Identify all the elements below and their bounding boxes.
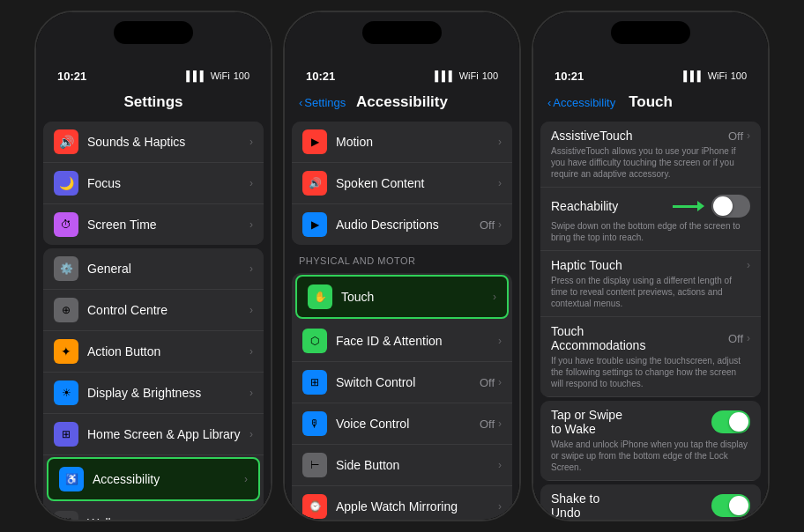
settings-list-2[interactable]: ▶ Motion › 🔊 Spoken Content › ▶ Audio De… bbox=[285, 118, 519, 520]
phone-accessibility: 10:21 ▌▌▌ WiFi 100 ‹ Settings Accessibil… bbox=[283, 11, 521, 521]
chevron-icon: › bbox=[249, 387, 253, 399]
audio-desc-icon: ▶ bbox=[302, 212, 327, 237]
list-item[interactable]: 🖼 Wallpaper › bbox=[43, 503, 264, 520]
assistive-touch-desc: AssistiveTouch allows you to use your iP… bbox=[551, 145, 750, 180]
tap-swipe-label: Tap or Swipe to Wake bbox=[551, 408, 631, 436]
signal-icon-3: ▌▌▌ bbox=[683, 70, 704, 81]
touch-acc-value: Off bbox=[728, 332, 743, 345]
battery-icon-1: 100 bbox=[234, 70, 249, 81]
settings-section-touch: AssistiveTouch Off › AssistiveTouch allo… bbox=[540, 122, 761, 397]
list-item[interactable]: 🔊 Sounds & Haptics › bbox=[43, 122, 264, 163]
list-item[interactable]: ☀ Display & Brightness › bbox=[43, 373, 264, 414]
control-centre-icon: ⊕ bbox=[54, 298, 78, 322]
chevron-icon: › bbox=[747, 129, 750, 142]
nav-title-3: Touch bbox=[629, 93, 673, 111]
nav-title-1: Settings bbox=[123, 93, 182, 111]
back-label-3: Accessibility bbox=[553, 96, 615, 109]
touch-row-item[interactable]: ✋ Touch › bbox=[295, 275, 509, 319]
status-time-3: 10:21 bbox=[555, 70, 584, 83]
sounds-icon: 🔊 bbox=[54, 129, 78, 154]
nav-bar-3: ‹ Accessibility Touch bbox=[533, 90, 768, 118]
control-centre-label: Control Centre bbox=[87, 303, 249, 317]
phone-touch: 10:21 ▌▌▌ WiFi 100 ‹ Accessibility Touch… bbox=[532, 11, 770, 521]
list-item[interactable]: ▶ Audio Descriptions Off › bbox=[292, 204, 512, 245]
chevron-icon: › bbox=[498, 417, 502, 430]
action-button-icon: ✦ bbox=[54, 339, 78, 364]
battery-icon-2: 100 bbox=[482, 70, 498, 81]
list-item[interactable]: ⌚ Apple Watch Mirroring › bbox=[292, 486, 512, 520]
chevron-icon: › bbox=[493, 291, 496, 303]
chevron-icon: › bbox=[498, 376, 502, 388]
touch-label: Touch bbox=[341, 290, 493, 304]
status-bar-3: 10:21 ▌▌▌ WiFi 100 bbox=[533, 56, 768, 90]
side-button-icon: ⊢ bbox=[302, 453, 327, 477]
home-screen-label: Home Screen & App Library bbox=[87, 427, 249, 441]
chevron-icon: › bbox=[249, 345, 253, 358]
assistive-touch-row[interactable]: AssistiveTouch Off › AssistiveTouch allo… bbox=[540, 122, 761, 188]
nav-back-2[interactable]: ‹ Settings bbox=[299, 96, 346, 109]
list-item[interactable]: ⚙️ General › bbox=[43, 248, 264, 290]
shake-undo-row[interactable]: Shake to Undo If you tend to shake your … bbox=[540, 484, 761, 520]
status-bar-2: 10:21 ▌▌▌ WiFi 100 bbox=[285, 56, 519, 90]
list-item[interactable]: ⊞ Home Screen & App Library › bbox=[43, 414, 264, 455]
list-item[interactable]: ▶ Motion › bbox=[292, 122, 512, 163]
chevron-icon: › bbox=[244, 473, 248, 485]
wallpaper-label: Wallpaper bbox=[87, 516, 249, 520]
nav-back-3[interactable]: ‹ Accessibility bbox=[547, 96, 615, 109]
audio-desc-value: Off bbox=[480, 218, 495, 232]
dynamic-island-3 bbox=[611, 21, 690, 44]
general-icon: ⚙️ bbox=[54, 256, 78, 281]
status-icons-2: ▌▌▌ WiFi 100 bbox=[435, 70, 498, 81]
accessibility-row[interactable]: ♿ Accessibility › bbox=[47, 457, 260, 501]
list-item[interactable]: 🎙 Voice Control Off › bbox=[292, 403, 512, 445]
watch-mirror-icon: ⌚ bbox=[302, 494, 327, 519]
touch-icon: ✋ bbox=[308, 284, 332, 309]
reachability-label: Reachability bbox=[551, 199, 618, 213]
switch-control-label: Switch Control bbox=[336, 375, 480, 389]
chevron-icon: › bbox=[498, 335, 502, 347]
reachability-row[interactable]: Reachability Swipe down on the bottom ed… bbox=[540, 188, 761, 251]
haptic-touch-row[interactable]: Haptic Touch › Press on the display usin… bbox=[540, 251, 761, 317]
list-item[interactable]: ⊕ Control Centre › bbox=[43, 290, 264, 331]
chevron-icon: › bbox=[498, 500, 502, 513]
voice-control-icon: 🎙 bbox=[302, 411, 327, 436]
status-time-1: 10:21 bbox=[57, 70, 86, 83]
settings-list-1[interactable]: 🔊 Sounds & Haptics › 🌙 Focus › ⏱ Screen … bbox=[36, 118, 271, 520]
chevron-icon: › bbox=[498, 136, 502, 148]
voice-control-label: Voice Control bbox=[336, 417, 480, 431]
general-label: General bbox=[87, 262, 249, 276]
list-item[interactable]: ⏱ Screen Time › bbox=[43, 204, 264, 245]
list-item[interactable]: 🔊 Spoken Content › bbox=[292, 163, 512, 204]
settings-section-vision: ▶ Motion › 🔊 Spoken Content › ▶ Audio De… bbox=[292, 122, 512, 245]
motion-label: Motion bbox=[336, 135, 498, 149]
list-item[interactable]: ⊞ Switch Control Off › bbox=[292, 362, 512, 403]
shake-undo-toggle[interactable] bbox=[711, 494, 750, 517]
list-item[interactable]: ✦ Action Button › bbox=[43, 331, 264, 373]
home-screen-icon: ⊞ bbox=[54, 422, 78, 447]
chevron-icon: › bbox=[249, 177, 253, 189]
list-item[interactable]: ⬡ Face ID & Attention › bbox=[292, 321, 512, 362]
face-id-label-2: Face ID & Attention bbox=[336, 334, 498, 348]
back-chevron-icon-3: ‹ bbox=[547, 96, 551, 109]
settings-list-3[interactable]: AssistiveTouch Off › AssistiveTouch allo… bbox=[533, 118, 768, 520]
wifi-icon-1: WiFi bbox=[211, 70, 230, 81]
action-button-label: Action Button bbox=[87, 344, 249, 358]
touch-accommodations-row[interactable]: Touch Accommodations Off › If you have t… bbox=[540, 317, 761, 397]
battery-icon-3: 100 bbox=[731, 70, 747, 81]
nav-bar-1: Settings bbox=[36, 90, 271, 118]
chevron-icon: › bbox=[498, 177, 502, 189]
reachability-toggle[interactable] bbox=[711, 195, 750, 218]
tap-swipe-toggle[interactable] bbox=[711, 410, 750, 433]
chevron-icon: › bbox=[249, 218, 253, 231]
assistive-touch-value: Off bbox=[728, 129, 743, 143]
tap-swipe-wake-row[interactable]: Tap or Swipe to Wake Wake and unlock iPh… bbox=[540, 401, 761, 481]
side-button-label: Side Button bbox=[336, 458, 498, 472]
nav-title-2: Accessibility bbox=[356, 93, 448, 111]
list-item[interactable]: 🌙 Focus › bbox=[43, 163, 264, 204]
focus-label: Focus bbox=[87, 176, 249, 190]
spoken-icon: 🔊 bbox=[302, 171, 327, 196]
status-bar-1: 10:21 ▌▌▌ WiFi 100 bbox=[36, 56, 271, 90]
reachability-desc: Swipe down on the bottom edge of the scr… bbox=[551, 220, 750, 243]
audio-desc-label: Audio Descriptions bbox=[336, 218, 480, 232]
list-item[interactable]: ⊢ Side Button › bbox=[292, 445, 512, 486]
